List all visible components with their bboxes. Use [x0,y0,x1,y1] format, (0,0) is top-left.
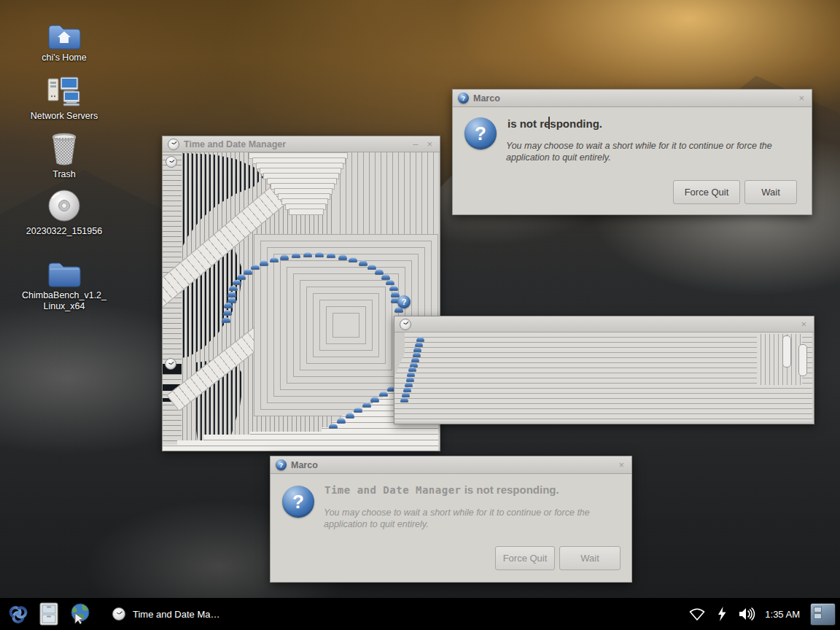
taskbar-task-time-and-date-manager[interactable]: Time and Date Ma… [106,601,225,627]
titlebar[interactable]: ? Marco × [453,90,812,107]
question-glyph: ? [402,298,407,306]
window-icon-artifact [244,269,252,275]
question-icon: ? [397,295,411,308]
desktop-icon-trash[interactable]: Trash [16,131,112,180]
titlebar[interactable]: × [394,316,814,332]
desktop-icon-label: 20230322_151956 [26,226,102,237]
window-icon-artifact [270,257,279,263]
window-icon-artifact [368,265,376,271]
app-name-text: Time and Date Manager [324,484,462,496]
window-icon-artifact [415,342,423,347]
question-icon: ? [276,459,287,470]
clock-icon [112,607,125,621]
distro-menu-button[interactable] [6,602,31,626]
window-title: Time and Date Manager [184,139,406,149]
force-quit-button[interactable]: Force Quit [673,180,740,204]
desktop-icon-home[interactable]: chi's Home [16,15,112,63]
close-button[interactable]: × [424,139,435,149]
window-bar-artifact [289,209,324,215]
question-glyph: ? [292,491,304,513]
wifi-icon[interactable] [688,604,707,623]
window-icon-artifact [327,253,335,259]
volume-icon[interactable] [737,604,756,623]
web-browser-icon [68,602,91,626]
dialog-marco-tdm-not-responding: ? Marco × ? Time and Date Manager is not… [270,456,632,583]
minimize-button[interactable]: – [411,139,420,149]
dialog-body: You may choose to wait a short while for… [324,508,624,530]
heading-rest-text: is not responding. [462,483,559,496]
window-icon-artifact [416,337,424,342]
window-icon-artifact [260,260,268,266]
desktop-icon-label: ChimbaBench_v1.2_ Linux_x64 [22,290,106,312]
clock-icon [168,139,179,150]
mini-window [814,613,822,619]
question-icon: ? [458,93,469,104]
system-tray: 1:35 AM [688,603,840,626]
wait-button[interactable]: Wait [559,546,621,570]
window-icon-artifact [362,402,371,408]
dialog-title: Marco [473,93,792,104]
window-icon-artifact [391,292,400,298]
window-icon-artifact [405,382,413,387]
clock-icon [166,156,177,168]
window-icon-artifact [349,257,357,263]
window-cascade-artifact [249,152,365,222]
file-manager-icon [38,602,60,626]
window-icon-artifact [359,260,368,266]
workspace-switcher[interactable] [810,603,836,626]
taskbar-clock[interactable]: 1:35 AM [765,609,800,620]
web-browser-launcher[interactable] [67,602,92,626]
desktop-icon-network-servers[interactable]: Network Servers [16,73,112,122]
window-icon-artifact [379,392,388,397]
close-button[interactable]: × [616,460,626,470]
window-icon-artifact [338,254,347,260]
window-icon-artifact [280,254,289,260]
window-icon-artifact [233,280,241,286]
window-icon-artifact [346,413,354,419]
battery-charging-icon[interactable] [712,604,731,623]
file-manager-launcher[interactable] [36,602,61,626]
distro-menu-icon [7,602,30,626]
window-icon-artifact [370,397,379,402]
network-servers-icon [46,73,82,108]
force-quit-button[interactable]: Force Quit [495,546,555,570]
wait-button[interactable]: Wait [744,180,797,204]
window-icon-artifact [224,303,233,308]
question-glyph: ? [462,95,466,102]
desktop-icon-chimbabench-folder[interactable]: ChimbaBench_v1.2_ Linux_x64 [16,252,112,312]
clock-icon [400,319,411,330]
window-icon-artifact [403,387,411,392]
titlebar[interactable]: Time and Date Manager – × [163,136,440,152]
dialog-heading: Time and Date Manager is not responding. [324,483,559,496]
glitch-window-artifacts [394,332,812,424]
home-folder-icon [47,15,81,50]
taskbar-panel: Time and Date Ma… 1:35 AM [0,598,840,630]
window-icon-artifact [237,274,246,280]
close-button[interactable]: × [798,319,809,329]
desktop: chi's Home Network Servers [0,0,840,630]
window-icon-artifact [222,317,230,323]
window-icon-artifact [413,352,421,357]
desktop-icon-label: Network Servers [31,111,98,122]
dialog-heading: is not responding. [508,117,602,130]
window-icon-artifact [386,280,394,286]
question-icon: ? [282,486,314,518]
window-icon-artifact [251,265,260,271]
window-glitch-popup: × [394,316,814,424]
window-icon-artifact [303,252,312,258]
question-icon: ? [464,117,497,149]
window-icon-artifact [315,252,324,258]
titlebar[interactable]: ? Marco × [271,456,631,474]
close-button[interactable]: × [796,93,806,103]
window-icon-artifact [389,286,398,292]
window-icon-artifact [329,424,338,429]
window-icon-artifact [292,253,300,259]
desktop-icon-disc[interactable]: 20230322_151956 [16,188,112,237]
question-glyph: ? [475,122,486,145]
window-icon-artifact [337,418,346,424]
dialog-body: You may choose to wait a short while for… [506,141,806,163]
window-icon-artifact [402,392,410,397]
window-icon-artifact [354,408,362,413]
window-icon-artifact [229,286,238,292]
dialog-title: Marco [291,460,612,470]
